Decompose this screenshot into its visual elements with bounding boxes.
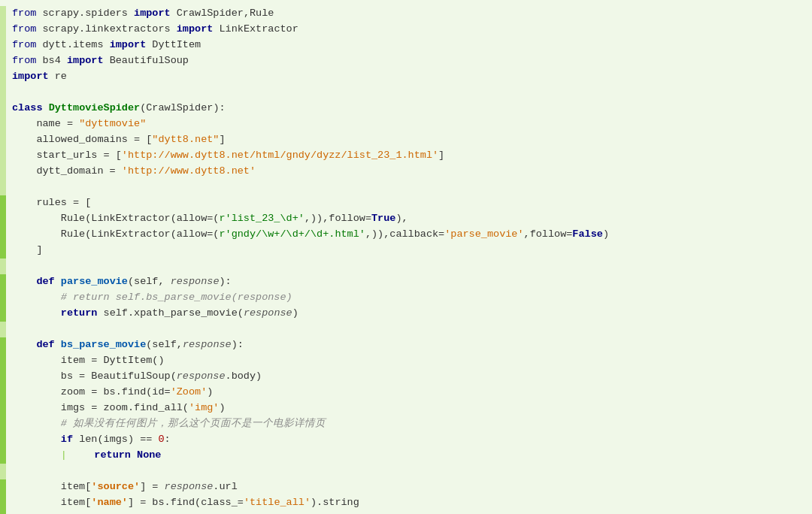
line-indicator-9 [0, 132, 6, 148]
code-line-1: from scrapy.spiders import CrawlSpider,R… [0, 6, 812, 22]
line-indicator-30 [0, 464, 6, 479]
line-content-29: | return None [9, 448, 812, 464]
code-line-31: item['source'] = response.url [0, 479, 812, 495]
line-content-16: ] [9, 243, 812, 259]
code-line-33: item['cover'] = imgs[0].attrs.get('src') [0, 511, 812, 514]
line-content-21 [9, 322, 812, 337]
line-indicator-32 [0, 495, 6, 511]
code-line-8: name = "dyttmovie" [0, 116, 812, 132]
line-content-3: from dytt.items import DyttItem [9, 38, 812, 53]
code-line-5: import re [0, 69, 812, 85]
line-indicator-22 [0, 337, 6, 353]
line-content-15: Rule(LinkExtractor(allow=(r'gndy/\w+/\d+… [9, 227, 812, 243]
line-content-2: from scrapy.linkextractors import LinkEx… [9, 22, 812, 38]
code-line-11: dytt_domain = 'http://www.dytt8.net' [0, 164, 812, 180]
code-line-18: def parse_movie(self, response): [0, 274, 812, 290]
line-indicator-25 [0, 385, 6, 401]
code-line-19: # return self.bs_parse_movie(response) [0, 290, 812, 306]
line-content-25: zoom = bs.find(id='Zoom') [9, 385, 812, 401]
line-indicator-10 [0, 148, 6, 164]
line-content-23: item = DyttItem() [9, 353, 812, 369]
line-content-10: start_urls = ['http://www.dytt8.net/html… [9, 148, 812, 164]
line-content-6 [9, 85, 812, 101]
line-content-27: # 如果没有任何图片，那么这个页面不是一个电影详情页 [9, 416, 812, 432]
line-indicator-33 [0, 511, 6, 514]
code-line-23: item = DyttItem() [0, 353, 812, 369]
code-line-15: Rule(LinkExtractor(allow=(r'gndy/\w+/\d+… [0, 227, 812, 243]
code-line-21 [0, 322, 812, 337]
line-content-11: dytt_domain = 'http://www.dytt8.net' [9, 164, 812, 180]
line-indicator-23 [0, 353, 6, 369]
line-indicator-6 [0, 85, 6, 101]
line-content-31: item['source'] = response.url [9, 479, 812, 495]
line-indicator-13 [0, 195, 6, 211]
line-indicator-15 [0, 227, 6, 243]
code-line-32: item['name'] = bs.find(class_='title_all… [0, 495, 812, 511]
line-indicator-21 [0, 322, 6, 337]
code-line-16: ] [0, 243, 812, 259]
line-content-9: allowed_domains = ["dytt8.net"] [9, 132, 812, 148]
line-indicator-3 [0, 38, 6, 53]
line-indicator-7 [0, 101, 6, 116]
line-content-5: import re [9, 69, 812, 85]
line-indicator-18 [0, 274, 6, 290]
line-indicator-29 [0, 448, 6, 464]
code-line-26: imgs = zoom.find_all('img') [0, 401, 812, 416]
line-indicator-28 [0, 432, 6, 448]
code-line-24: bs = BeautifulSoup(response.body) [0, 369, 812, 385]
code-line-6 [0, 85, 812, 101]
code-line-12 [0, 180, 812, 195]
line-indicator-27 [0, 416, 6, 432]
line-indicator-12 [0, 180, 6, 195]
line-content-26: imgs = zoom.find_all('img') [9, 401, 812, 416]
line-content-33: item['cover'] = imgs[0].attrs.get('src') [9, 511, 812, 514]
line-indicator-24 [0, 369, 6, 385]
line-content-7: class DyttmovieSpider(CrawlSpider): [9, 101, 812, 116]
line-content-4: from bs4 import BeautifulSoup [9, 53, 812, 69]
code-line-22: def bs_parse_movie(self,response): [0, 337, 812, 353]
line-content-20: return self.xpath_parse_movie(response) [9, 306, 812, 322]
line-content-28: if len(imgs) == 0: [9, 432, 812, 448]
code-line-13: rules = [ [0, 195, 812, 211]
code-editor: from scrapy.spiders import CrawlSpider,R… [0, 0, 812, 514]
line-indicator-19 [0, 290, 6, 306]
code-line-29: | return None [0, 448, 812, 464]
code-line-28: if len(imgs) == 0: [0, 432, 812, 448]
line-indicator-16 [0, 243, 6, 259]
code-line-2: from scrapy.linkextractors import LinkEx… [0, 22, 812, 38]
code-line-7: class DyttmovieSpider(CrawlSpider): [0, 101, 812, 116]
line-indicator-5 [0, 69, 6, 85]
code-line-14: Rule(LinkExtractor(allow=(r'list_23_\d+'… [0, 211, 812, 227]
line-content-22: def bs_parse_movie(self,response): [9, 337, 812, 353]
line-indicator-26 [0, 401, 6, 416]
code-line-4: from bs4 import BeautifulSoup [0, 53, 812, 69]
line-indicator-1 [0, 6, 6, 22]
line-indicator-14 [0, 211, 6, 227]
code-line-17 [0, 259, 812, 274]
line-indicator-11 [0, 164, 6, 180]
line-indicator-17 [0, 259, 6, 274]
code-line-30 [0, 464, 812, 479]
code-line-25: zoom = bs.find(id='Zoom') [0, 385, 812, 401]
line-content-19: # return self.bs_parse_movie(response) [9, 290, 812, 306]
line-indicator-4 [0, 53, 6, 69]
line-indicator-20 [0, 306, 6, 322]
code-line-27: # 如果没有任何图片，那么这个页面不是一个电影详情页 [0, 416, 812, 432]
line-content-17 [9, 259, 812, 274]
code-line-3: from dytt.items import DyttItem [0, 38, 812, 53]
line-content-12 [9, 180, 812, 195]
line-content-14: Rule(LinkExtractor(allow=(r'list_23_\d+'… [9, 211, 812, 227]
line-content-1: from scrapy.spiders import CrawlSpider,R… [9, 6, 812, 22]
line-content-18: def parse_movie(self, response): [9, 274, 812, 290]
line-indicator-8 [0, 116, 6, 132]
line-content-24: bs = BeautifulSoup(response.body) [9, 369, 812, 385]
line-content-30 [9, 464, 812, 479]
line-content-32: item['name'] = bs.find(class_='title_all… [9, 495, 812, 511]
code-line-10: start_urls = ['http://www.dytt8.net/html… [0, 148, 812, 164]
code-line-20: return self.xpath_parse_movie(response) [0, 306, 812, 322]
line-indicator-31 [0, 479, 6, 495]
line-content-13: rules = [ [9, 195, 812, 211]
line-indicator-2 [0, 22, 6, 38]
code-line-9: allowed_domains = ["dytt8.net"] [0, 132, 812, 148]
line-content-8: name = "dyttmovie" [9, 116, 812, 132]
